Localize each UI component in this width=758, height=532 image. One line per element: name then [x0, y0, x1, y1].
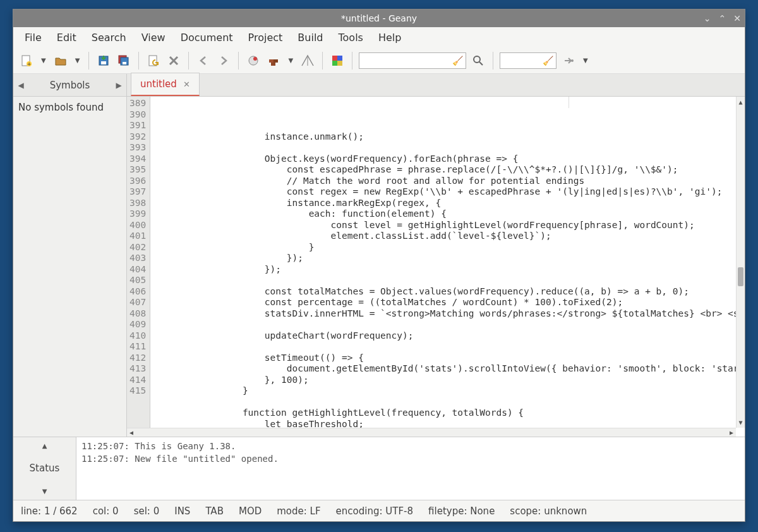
forward-icon[interactable]: [215, 52, 232, 69]
window-title: *untitled - Geany: [341, 13, 417, 23]
svg-point-18: [474, 56, 480, 63]
menu-project[interactable]: Project: [242, 29, 289, 46]
message-body: 11:25:07: This is Geany 1.38.11:25:07: N…: [76, 437, 745, 500]
vertical-scrollbar[interactable]: ▲ ▼: [736, 97, 745, 428]
app-window: *untitled - Geany ⌄ ⌃ ✕ File Edit Search…: [13, 9, 745, 522]
toolbar: + ▼ ▼ ▼ 🧹 🧹 ▼: [13, 47, 745, 74]
status-sel: sel: 0: [134, 505, 160, 517]
status-tab: TAB: [205, 505, 224, 517]
new-file-icon[interactable]: +: [18, 52, 35, 69]
jump-icon[interactable]: [560, 52, 577, 69]
svg-rect-17: [337, 61, 342, 66]
sidebar-tab-symbols[interactable]: Symbols: [28, 75, 111, 96]
menu-file[interactable]: File: [18, 29, 48, 46]
status-col: col: 0: [93, 505, 119, 517]
clear-search-icon[interactable]: 🧹: [452, 56, 463, 66]
build-dropdown-icon[interactable]: ▼: [286, 57, 296, 64]
goto-line-input[interactable]: 🧹: [500, 52, 556, 69]
scroll-left-icon[interactable]: ◀: [127, 428, 136, 437]
svg-rect-4: [101, 61, 106, 64]
reload-icon[interactable]: [145, 52, 162, 69]
minimize-icon[interactable]: ⌄: [704, 13, 711, 23]
status-scope: scope: unknown: [510, 505, 587, 517]
open-dropdown-icon[interactable]: ▼: [73, 57, 83, 64]
horizontal-scrollbar[interactable]: ◀ ▶: [127, 428, 736, 437]
code-editor[interactable]: 3893903913923933943953963973983994004014…: [127, 97, 745, 437]
build-icon[interactable]: [265, 52, 282, 69]
editor-tab-untitled[interactable]: untitled ✕: [131, 73, 200, 96]
sidebar-tab-prev-icon[interactable]: ◀: [13, 81, 28, 90]
run-icon[interactable]: [299, 52, 316, 69]
search-button[interactable]: [470, 52, 486, 69]
menubar: File Edit Search View Document Project B…: [13, 27, 745, 47]
maximize-icon[interactable]: ⌃: [719, 13, 726, 23]
status-mode: mode: LF: [277, 505, 320, 517]
line-number-gutter: 3893903913923933943953963973983994004014…: [127, 97, 150, 437]
editor-area: untitled ✕ 38939039139239339439539639739…: [127, 74, 745, 437]
compile-icon[interactable]: [245, 52, 262, 69]
svg-text:+: +: [27, 61, 32, 67]
status-line: line: 1 / 662: [21, 505, 78, 517]
msg-tab-status[interactable]: Status: [20, 459, 70, 478]
titlebar[interactable]: *untitled - Geany ⌄ ⌃ ✕: [13, 9, 745, 27]
search-input[interactable]: 🧹: [359, 52, 466, 69]
svg-point-19: [571, 59, 574, 62]
scroll-right-icon[interactable]: ▶: [727, 428, 736, 437]
save-all-icon[interactable]: [116, 52, 132, 69]
scroll-thumb[interactable]: [738, 267, 743, 286]
scroll-up-icon[interactable]: ▲: [737, 97, 745, 108]
menu-search[interactable]: Search: [85, 29, 133, 46]
scroll-down-icon[interactable]: ▼: [737, 417, 745, 428]
svg-point-10: [253, 57, 257, 61]
svg-rect-15: [337, 56, 342, 61]
save-icon[interactable]: [95, 52, 112, 69]
svg-rect-14: [332, 56, 337, 61]
menu-edit[interactable]: Edit: [51, 29, 83, 46]
svg-rect-7: [123, 62, 126, 64]
toolbar-overflow-icon[interactable]: ▼: [581, 57, 591, 64]
new-dropdown-icon[interactable]: ▼: [39, 57, 49, 64]
svg-rect-11: [269, 59, 274, 63]
msg-tab-down-icon[interactable]: ▼: [42, 488, 47, 495]
status-filetype: filetype: None: [428, 505, 495, 517]
menu-help[interactable]: Help: [372, 29, 407, 46]
svg-rect-16: [332, 61, 337, 66]
close-file-icon[interactable]: [165, 52, 182, 69]
statusbar: line: 1 / 662 col: 0 sel: 0 INS TAB MOD …: [13, 500, 745, 521]
msg-tab-up-icon[interactable]: ▲: [42, 442, 47, 449]
color-chooser-icon[interactable]: [329, 52, 346, 69]
main-area: ◀ Symbols ▶ No symbols found untitled ✕ …: [13, 74, 745, 437]
clear-goto-icon[interactable]: 🧹: [543, 56, 553, 66]
sidebar: ◀ Symbols ▶ No symbols found: [13, 74, 127, 437]
menu-view[interactable]: View: [135, 29, 172, 46]
close-window-icon[interactable]: ✕: [733, 13, 741, 23]
menu-tools[interactable]: Tools: [332, 29, 370, 46]
message-panel: ▲ Status ▼ 11:25:07: This is Geany 1.38.…: [13, 437, 745, 500]
menu-document[interactable]: Document: [174, 29, 239, 46]
back-icon[interactable]: [195, 52, 212, 69]
code-content[interactable]: instance.unmark(); Object.keys(wordFrequ…: [150, 97, 745, 437]
status-ins: INS: [174, 505, 190, 517]
sidebar-tab-next-icon[interactable]: ▶: [111, 81, 126, 90]
status-encoding: encoding: UTF-8: [336, 505, 413, 517]
sidebar-body: No symbols found: [13, 97, 126, 437]
menu-build[interactable]: Build: [291, 29, 329, 46]
svg-rect-12: [274, 59, 278, 63]
long-line-marker: [568, 97, 569, 108]
svg-rect-13: [271, 63, 275, 66]
editor-tab-label: untitled: [140, 78, 177, 90]
tab-close-icon[interactable]: ✕: [183, 80, 190, 89]
editor-tabstrip: untitled ✕: [127, 74, 745, 97]
open-file-icon[interactable]: [52, 52, 69, 69]
status-mod: MOD: [239, 505, 262, 517]
